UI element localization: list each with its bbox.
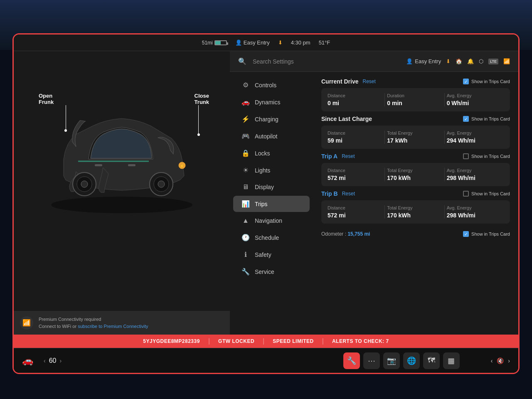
odometer-show[interactable]: ✓ Show in Trips Card — [463, 231, 510, 237]
trip-a-section: Trip A Reset Show in Trips Card Distance… — [321, 153, 510, 186]
current-drive-card: Distance 0 mi Duration 0 min Avg. Energy… — [321, 88, 510, 111]
nav-item-navigation[interactable]: ▲ Navigation — [233, 213, 310, 229]
trip-a-distance: Distance 572 mi — [328, 168, 385, 181]
connectivity-icon: 📶 — [20, 316, 33, 330]
alert-gtw: GTW LOCKED — [218, 338, 254, 344]
speed-display: ‹ 60 › — [44, 357, 62, 365]
speed-prev[interactable]: ‹ — [44, 357, 46, 364]
volume-muted-icon[interactable]: 🔇 — [497, 357, 504, 364]
app-menu[interactable]: ⋯ — [363, 352, 380, 369]
trip-b-show[interactable]: Show in Trips Card — [463, 191, 510, 197]
since-last-charge-show[interactable]: ✓ Show in Trips Card — [463, 116, 510, 122]
svg-rect-8 — [128, 164, 135, 166]
search-icon: 🔍 — [238, 57, 246, 65]
home-icon[interactable]: 🏠 — [456, 58, 462, 64]
lights-label: Lights — [255, 167, 270, 174]
current-drive-distance-value: 0 mi — [328, 100, 380, 106]
current-drive-duration-label: Duration — [387, 93, 440, 98]
odometer-bar: Odometer : 15,755 mi ✓ Show in Trips Car… — [321, 228, 510, 240]
speed-next[interactable]: › — [59, 357, 62, 364]
search-input[interactable]: Search Settings — [253, 58, 400, 65]
trip-b-show-label: Show in Trips Card — [471, 191, 510, 196]
taskbar-apps: 🔧 ⋯ 📷 🌐 🗺 ▦ — [343, 352, 460, 369]
current-drive-checkbox[interactable]: ✓ — [463, 79, 469, 84]
nav-item-display[interactable]: 🖥 Display — [233, 179, 310, 195]
nav-item-charging[interactable]: ⚡ Charging — [233, 111, 310, 127]
alert-sep1: | — [208, 337, 210, 345]
car-icon-taskbar[interactable]: 🚗 — [22, 355, 33, 366]
trip-a-show[interactable]: Show in Trips Card — [463, 153, 510, 159]
current-drive-avg-value: 0 Wh/mi — [447, 100, 500, 106]
alert-sep2: | — [263, 337, 264, 345]
current-drive-reset[interactable]: Reset — [362, 79, 375, 84]
app-map[interactable]: 🗺 — [423, 352, 440, 369]
trip-b-header: Trip B Reset Show in Trips Card — [321, 190, 510, 197]
nav-next-taskbar[interactable]: › — [508, 357, 510, 364]
nav-item-service[interactable]: 🔧 Service — [233, 264, 310, 280]
car-panel: OpenFrunk CloseTrunk — [14, 51, 230, 335]
svg-point-3 — [81, 181, 88, 187]
alert-bar: 5YJYGDEE8MP282339 | GTW LOCKED | SPEED L… — [14, 335, 518, 348]
bluetooth-icon[interactable]: ⬡ — [479, 58, 483, 64]
app-tools[interactable]: 🔧 — [343, 352, 360, 369]
slc-total-energy: Total Energy 17 kWh — [385, 131, 444, 144]
current-drive-distance: Distance 0 mi — [328, 93, 385, 106]
alert-count: ALERTS TO CHECK: 7 — [332, 338, 389, 344]
since-last-charge-checkbox[interactable]: ✓ — [463, 116, 469, 122]
odometer-checkbox[interactable]: ✓ — [463, 231, 469, 237]
nav-prev-taskbar[interactable]: ‹ — [491, 357, 493, 364]
download-icon: ⬇ — [278, 39, 283, 46]
nav-item-schedule[interactable]: 🕐 Schedule — [233, 229, 310, 246]
schedule-icon: 🕐 — [241, 234, 250, 241]
trip-b-checkbox[interactable] — [463, 191, 469, 197]
profile-label: Easy Entry — [244, 39, 270, 46]
charging-icon: ⚡ — [241, 115, 250, 123]
trip-b-distance: Distance 572 mi — [328, 205, 385, 219]
trip-a-checkbox[interactable] — [463, 153, 469, 159]
download-icon-header: ⬇ — [446, 58, 451, 64]
display-label: Display — [255, 184, 274, 190]
connectivity-text: Premium Connectivity required Connect to… — [39, 316, 148, 330]
slc-distance: Distance 59 mi — [328, 131, 385, 144]
app-globe[interactable]: 🌐 — [403, 352, 420, 369]
trip-b-reset[interactable]: Reset — [342, 191, 355, 197]
current-drive-duration-value: 0 min — [387, 100, 440, 106]
nav-item-lights[interactable]: ☀ Lights — [233, 162, 310, 178]
header-profile[interactable]: 👤 Easy Entry — [406, 58, 441, 64]
current-drive-title: Current Drive — [321, 78, 358, 85]
connectivity-link[interactable]: subscribe to Premium Connectivity — [78, 324, 148, 329]
safety-icon: ℹ — [241, 251, 250, 259]
nav-item-locks[interactable]: 🔒 Locks — [233, 145, 310, 161]
svg-point-6 — [158, 181, 165, 187]
since-last-charge-show-label: Show in Trips Card — [471, 116, 510, 121]
settings-body: ⚙ Controls 🚗 Dynamics ⚡ Charging 🎮 Autop… — [230, 72, 518, 335]
current-drive-avg-energy: Avg. Energy 0 Wh/mi — [445, 93, 504, 106]
svg-point-0 — [51, 197, 192, 213]
app-camera[interactable]: 📷 — [383, 352, 400, 369]
alert-sep3: | — [322, 337, 324, 345]
trip-a-reset[interactable]: Reset — [342, 153, 355, 159]
trip-a-total-energy: Total Energy 170 kWh — [385, 168, 444, 181]
car-visualization: OpenFrunk CloseTrunk — [14, 51, 230, 292]
nav-item-safety[interactable]: ℹ Safety — [233, 246, 310, 263]
nav-item-dynamics[interactable]: 🚗 Dynamics — [233, 94, 310, 110]
main-content: OpenFrunk CloseTrunk — [14, 51, 518, 335]
bell-icon[interactable]: 🔔 — [467, 58, 474, 64]
taskbar-right: ‹ 🔇 › — [491, 357, 510, 364]
close-trunk-label[interactable]: CloseTrunk — [195, 93, 209, 105]
trip-a-card: Distance 572 mi Total Energy 170 kWh Avg… — [321, 163, 510, 186]
nav-item-controls[interactable]: ⚙ Controls — [233, 77, 310, 93]
open-frunk-label[interactable]: OpenFrunk — [39, 93, 54, 105]
profile-icon: 👤 — [235, 39, 242, 46]
battery-indicator: 51mi — [202, 40, 227, 46]
locks-label: Locks — [255, 150, 270, 157]
dynamics-icon: 🚗 — [241, 98, 250, 106]
current-drive-show-trips[interactable]: ✓ Show in Trips Card — [463, 79, 510, 84]
nav-item-trips[interactable]: 📊 Trips — [233, 196, 310, 212]
battery-bar — [214, 40, 227, 45]
nav-item-autopilot[interactable]: 🎮 Autopilot — [233, 128, 310, 144]
battery-level: 51mi — [202, 40, 213, 46]
connectivity-line2: Connect to WiFi or subscribe to Premium … — [39, 323, 148, 330]
app-grid[interactable]: ▦ — [443, 352, 460, 369]
lte-badge: LTE — [488, 59, 498, 64]
